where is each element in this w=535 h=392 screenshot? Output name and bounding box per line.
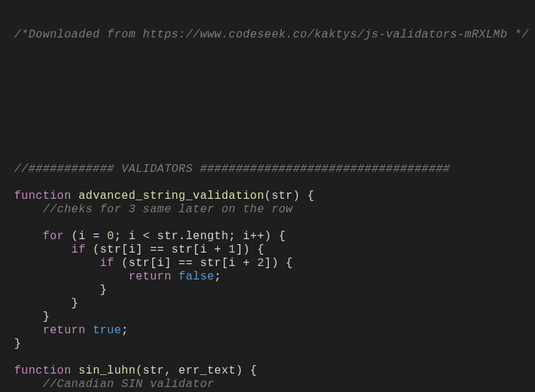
code-line bbox=[14, 55, 535, 69]
code-line: return true; bbox=[14, 324, 535, 338]
code-line bbox=[14, 69, 535, 82]
code-token: if bbox=[71, 243, 86, 256]
code-token: ; bbox=[214, 270, 222, 283]
code-token: ; i < str.length; i++) { bbox=[114, 230, 285, 243]
code-token bbox=[86, 324, 93, 337]
code-line: //cheks for 3 same later on the row bbox=[14, 203, 535, 217]
code-token bbox=[14, 203, 42, 216]
code-line bbox=[14, 351, 535, 364]
code-line bbox=[14, 109, 535, 122]
code-line bbox=[14, 217, 535, 230]
code-token: } bbox=[14, 284, 107, 296]
code-token: } bbox=[14, 311, 50, 323]
code-token: if bbox=[100, 257, 114, 270]
code-token: (str) { bbox=[265, 190, 315, 202]
code-token: advanced_string_validation bbox=[79, 190, 265, 202]
code-token bbox=[14, 324, 42, 337]
code-token: } bbox=[14, 297, 79, 310]
code-token bbox=[14, 243, 71, 256]
code-token: ]) { bbox=[265, 257, 293, 270]
code-line: /*Downloaded from https://www.codeseek.c… bbox=[14, 28, 535, 42]
code-line: //Canadian SIN validator bbox=[14, 378, 535, 391]
code-line: } bbox=[14, 297, 535, 311]
code-line: if (str[i] == str[i + 1]) { bbox=[14, 243, 535, 257]
code-line bbox=[14, 1, 535, 15]
code-line: } bbox=[14, 284, 535, 297]
code-token: for bbox=[42, 230, 64, 243]
code-token: 0 bbox=[107, 230, 114, 243]
code-token bbox=[14, 378, 42, 391]
code-token: } bbox=[14, 338, 21, 350]
code-line bbox=[14, 149, 535, 163]
code-line bbox=[14, 82, 535, 96]
code-line bbox=[14, 122, 535, 136]
code-line bbox=[14, 136, 535, 149]
code-line: function advanced_string_validation(str)… bbox=[14, 190, 535, 203]
code-token: /*Downloaded from https://www.codeseek.c… bbox=[14, 28, 529, 41]
code-line bbox=[14, 42, 535, 55]
code-token: (str[i] == str[i + bbox=[114, 257, 257, 270]
code-block: /*Downloaded from https://www.codeseek.c… bbox=[0, 0, 535, 391]
code-token: //############ VALIDATORS ##############… bbox=[14, 163, 450, 175]
code-token bbox=[171, 270, 178, 283]
code-line: if (str[i] == str[i + 2]) { bbox=[14, 257, 535, 270]
code-token: (str, err_text) { bbox=[136, 364, 258, 377]
code-token bbox=[71, 364, 79, 377]
code-line bbox=[14, 176, 535, 190]
code-token: 1 bbox=[229, 243, 236, 256]
code-token: (i = bbox=[64, 230, 108, 243]
code-token: (str[i] == str[i + bbox=[86, 243, 229, 256]
code-token: function bbox=[14, 364, 71, 377]
code-token: 2 bbox=[257, 257, 264, 270]
code-line: } bbox=[14, 338, 535, 351]
code-token bbox=[14, 257, 100, 270]
code-token bbox=[14, 230, 42, 243]
code-line: } bbox=[14, 311, 535, 324]
code-token: //Canadian SIN validator bbox=[42, 378, 214, 391]
code-token: //cheks for 3 same later on the row bbox=[42, 203, 293, 216]
code-token: return bbox=[42, 324, 86, 337]
code-token bbox=[71, 190, 79, 202]
code-line bbox=[14, 15, 535, 28]
code-line bbox=[14, 96, 535, 109]
code-line: function sin_luhn(str, err_text) { bbox=[14, 364, 535, 378]
code-token: true bbox=[93, 324, 121, 337]
code-token: ; bbox=[122, 324, 129, 337]
code-token: return bbox=[129, 270, 172, 283]
code-line: for (i = 0; i < str.length; i++) { bbox=[14, 230, 535, 243]
code-token: function bbox=[14, 190, 71, 202]
code-token: ]) { bbox=[236, 243, 264, 256]
code-line: //############ VALIDATORS ##############… bbox=[14, 163, 535, 176]
code-token: sin_luhn bbox=[79, 364, 136, 377]
code-line: return false; bbox=[14, 270, 535, 284]
code-token bbox=[14, 270, 129, 283]
code-token: false bbox=[178, 270, 214, 283]
